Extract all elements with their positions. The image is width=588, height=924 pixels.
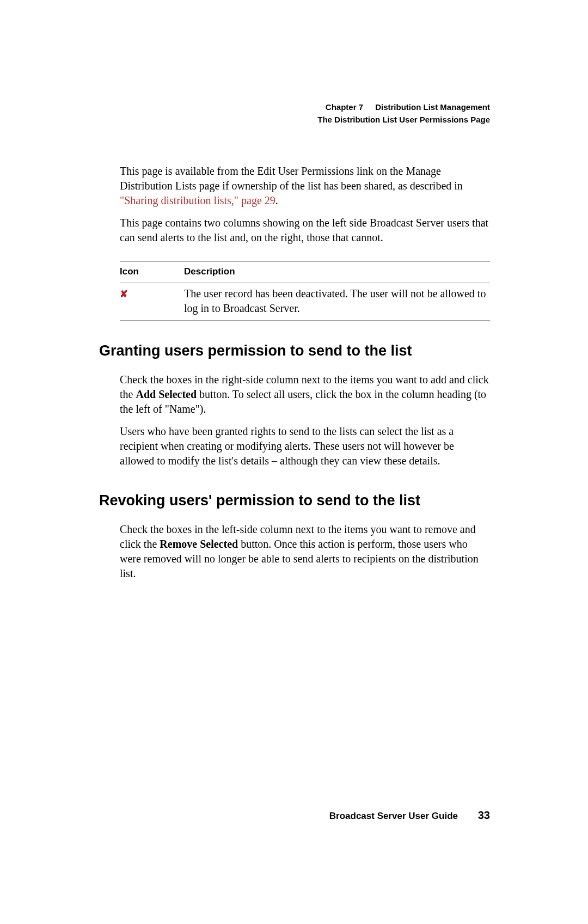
page-header: Chapter 7 Distribution List Management T… bbox=[99, 101, 490, 126]
table-header-row: Icon Description bbox=[120, 262, 490, 283]
header-subtitle: The Distribution List User Permissions P… bbox=[99, 114, 490, 126]
deactivated-x-icon: ✘ bbox=[120, 289, 128, 299]
remove-selected-label: Remove Selected bbox=[160, 538, 238, 550]
table-row: ✘ The user record has been deactivated. … bbox=[120, 283, 490, 321]
footer-guide-title: Broadcast Server User Guide bbox=[329, 811, 458, 821]
sharing-distribution-lists-link[interactable]: "Sharing distribution lists," page 29 bbox=[120, 194, 275, 206]
table-cell-description: The user record has been deactivated. Th… bbox=[184, 283, 490, 321]
revoking-paragraph-1: Check the boxes in the left-side column … bbox=[120, 522, 490, 581]
icon-description-table: Icon Description ✘ The user record has b… bbox=[120, 261, 490, 321]
footer-page-number: 33 bbox=[478, 809, 490, 822]
intro-paragraph-1: This page is available from the Edit Use… bbox=[120, 164, 490, 208]
granting-paragraph-1: Check the boxes in the right-side column… bbox=[120, 372, 490, 417]
table-header-icon: Icon bbox=[120, 262, 184, 283]
add-selected-label: Add Selected bbox=[136, 388, 197, 400]
header-title: Distribution List Management bbox=[375, 102, 490, 112]
page-footer: Broadcast Server User Guide 33 bbox=[99, 809, 490, 822]
intro-p1-text-a: This page is available from the Edit Use… bbox=[120, 165, 463, 192]
table-header-description: Description bbox=[184, 262, 490, 283]
granting-paragraph-2: Users who have been granted rights to se… bbox=[120, 424, 490, 468]
table-cell-icon: ✘ bbox=[120, 283, 184, 321]
intro-p1-text-b: . bbox=[275, 194, 278, 206]
header-chapter: Chapter 7 bbox=[326, 102, 363, 112]
intro-paragraph-2: This page contains two columns showing o… bbox=[120, 216, 490, 245]
revoking-permission-heading: Revoking users' permission to send to th… bbox=[99, 492, 490, 509]
granting-permission-heading: Granting users permission to send to the… bbox=[99, 342, 490, 359]
